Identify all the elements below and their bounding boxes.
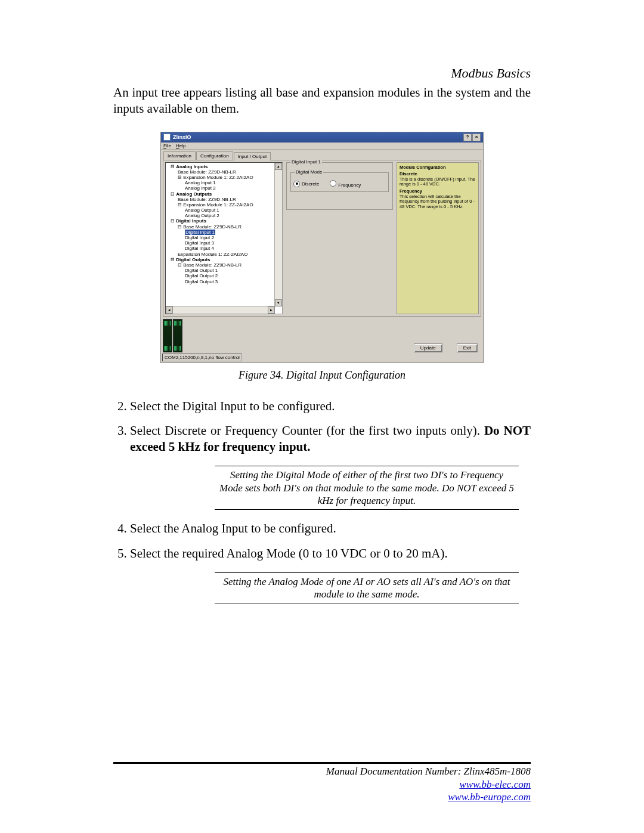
tab-information[interactable]: Information [163, 151, 196, 160]
radio-discrete[interactable]: Discrete [293, 181, 319, 187]
steps-list: Select the Digital Input to be configure… [113, 398, 531, 456]
app-window: ZlinxIO ? × File Help Information Config… [160, 132, 484, 363]
app-icon [163, 134, 171, 141]
tree-do3[interactable]: Digital Output 3 [167, 279, 281, 284]
scroll-up-icon[interactable]: ▴ [275, 163, 282, 170]
note-digital: Setting the Digital Mode of either of th… [215, 466, 519, 510]
step-3a: Select Discrete or Frequency Counter (fo… [130, 423, 484, 438]
status-bar: COM2,115200,n,8,1,no flow control [162, 354, 242, 361]
tree-di-exp[interactable]: Expansion Module 1: ZZ-2AI2AO [167, 252, 281, 257]
digital-mode-group: Digital Mode Discrete Frequency [290, 172, 389, 192]
module-tree[interactable]: ⊟ Analog Inputs Base Module: ZZ9D-NB-LR … [166, 163, 282, 286]
help-t-frequency: This selection will calculate the freque… [400, 194, 476, 210]
footer-doc: Manual Documentation Number: Zlinx485m-1… [113, 765, 531, 778]
group-title-inner: Digital Mode [295, 169, 323, 175]
note-analog: Setting the Analog Mode of one AI or AO … [215, 572, 519, 604]
main-panel: ⊟ Analog Inputs Base Module: ZZ9D-NB-LR … [163, 160, 481, 317]
tree-ai1[interactable]: Analog Input 1 [167, 180, 281, 185]
digital-input-group: Digital Input 1 Digital Mode Discrete Fr… [286, 162, 393, 210]
menubar: File Help [161, 143, 483, 150]
tree-di3[interactable]: Digital Input 3 [167, 240, 281, 246]
help-panel: Module Configuration Discrete This is a … [397, 162, 479, 314]
tree-ao-base[interactable]: Base Module: ZZ9D-NB-LR [167, 197, 281, 202]
radio-icon [293, 181, 300, 187]
radio-icon [330, 180, 336, 187]
footer-link-2[interactable]: www.bb-europe.com [448, 791, 531, 803]
figure-caption: Figure 34. Digital Input Configuration [113, 369, 531, 382]
tree-ao-exp[interactable]: Expansion Module 1: ZZ-2AI2AO [183, 202, 253, 208]
page-footer: Manual Documentation Number: Zlinx485m-1… [113, 762, 531, 803]
tree-pane: ⊟ Analog Inputs Base Module: ZZ9D-NB-LR … [165, 162, 283, 314]
tree-do1[interactable]: Digital Output 1 [167, 268, 281, 273]
device-image [163, 319, 182, 352]
help-t-discrete: This is a discrete (ON/OFF) input. The r… [400, 177, 476, 187]
tree-ai2[interactable]: Analog Input 2 [167, 185, 281, 191]
tree-ai-base[interactable]: Base Module: ZZ9D-NB-LR [167, 169, 281, 175]
tree-ao1[interactable]: Analog Output 1 [167, 208, 281, 213]
tree-ao2[interactable]: Analog Output 2 [167, 213, 281, 218]
tree-do2[interactable]: Digital Output 2 [167, 273, 281, 278]
module-icon [173, 319, 182, 352]
radio-frequency[interactable]: Frequency [330, 180, 361, 188]
step-3: Select Discrete or Frequency Counter (fo… [130, 423, 531, 456]
tree-analog-outputs[interactable]: Analog Outputs [176, 191, 212, 197]
tabs: Information Configuration Input / Output [161, 150, 483, 160]
tree-di2[interactable]: Digital Input 2 [167, 235, 281, 240]
module-icon [163, 319, 172, 352]
tab-input-output[interactable]: Input / Output [234, 152, 271, 160]
exit-button[interactable]: Exit [457, 343, 478, 352]
footer-link-1[interactable]: www.bb-elec.com [459, 779, 531, 790]
radio-discrete-label: Discrete [302, 181, 319, 186]
page-header: Modbus Basics [113, 66, 531, 81]
tree-hscroll[interactable]: ◂ ▸ [166, 306, 275, 314]
steps-list-2: Select the Analog Input to be configured… [113, 521, 531, 562]
tree-ai-exp[interactable]: Expansion Module 1: ZZ-2AI2AO [183, 175, 253, 180]
tree-digital-inputs[interactable]: Digital Inputs [176, 218, 206, 224]
tab-configuration[interactable]: Configuration [196, 151, 233, 160]
step-5: Select the required Analog Mode (0 to 10… [130, 546, 531, 562]
scroll-left-icon[interactable]: ◂ [166, 306, 173, 314]
radio-frequency-label: Frequency [338, 182, 361, 188]
tree-digital-outputs[interactable]: Digital Outputs [176, 257, 210, 262]
tree-do-base[interactable]: Base Module: ZZ9D-NB-LR [183, 262, 242, 268]
tree-di4[interactable]: Digital Input 4 [167, 246, 281, 251]
step-2: Select the Digital Input to be configure… [130, 398, 531, 414]
group-title-outer: Digital Input 1 [290, 159, 322, 165]
help-title: Module Configuration [400, 165, 476, 171]
tree-di-base[interactable]: Base Module: ZZ9D-NB-LR [183, 224, 242, 230]
intro-paragraph: An input tree appears listing all base a… [113, 85, 531, 117]
tree-di1-selected[interactable]: Digital Input 1 [185, 230, 215, 235]
menu-help[interactable]: Help [176, 143, 185, 148]
tree-analog-inputs[interactable]: Analog Inputs [176, 164, 208, 169]
scroll-down-icon[interactable]: ▾ [275, 299, 282, 306]
help-button[interactable]: ? [463, 134, 472, 141]
titlebar: ZlinxIO ? × [161, 132, 483, 143]
scroll-right-icon[interactable]: ▸ [268, 306, 275, 314]
window-title: ZlinxIO [173, 134, 191, 140]
close-button[interactable]: × [472, 134, 481, 141]
update-button[interactable]: Update [414, 343, 442, 352]
step-4: Select the Analog Input to be configured… [130, 521, 531, 537]
menu-file[interactable]: File [163, 143, 171, 148]
tree-vscroll[interactable]: ▴ ▾ [274, 163, 282, 306]
